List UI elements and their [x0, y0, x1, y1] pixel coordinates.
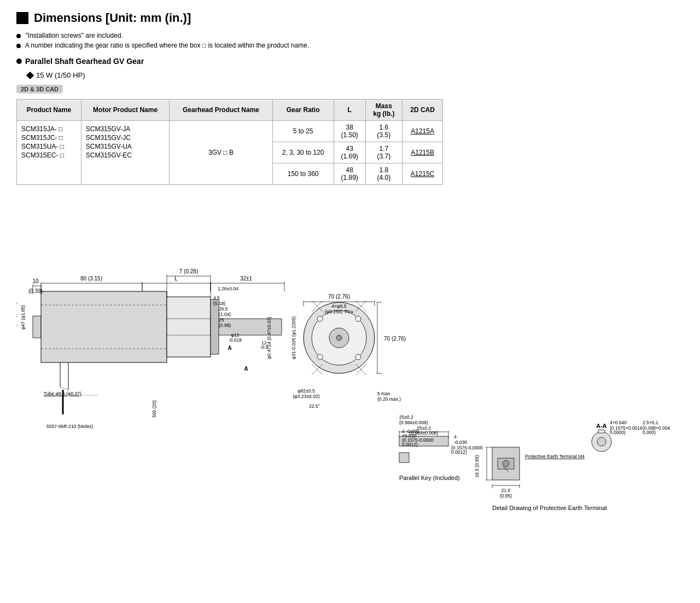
- table-cell-mass-3: 1.8(4.0): [365, 163, 402, 185]
- col-header-motor-product-name: Motor Product Name: [81, 99, 170, 121]
- dim-25: 25: [219, 317, 224, 323]
- cad-badge[interactable]: 2D & 3D CAD: [16, 85, 63, 93]
- dim-80: 80 (3.15): [80, 276, 102, 282]
- bullet-icon-2: [16, 44, 21, 48]
- col-header-l: L: [334, 99, 365, 121]
- svg-point-31: [336, 335, 342, 341]
- page-title: Dimensions [Unit: mm (in.)]: [16, 11, 684, 25]
- motor-name-1: SCM315GV-JA: [86, 125, 165, 133]
- dim-phi0-256-thru: (φ0.256) Thru: [325, 309, 354, 314]
- dim-500: 500 (20): [151, 400, 157, 418]
- dim-2-5-3: 0.000): [643, 430, 656, 435]
- table-cell-cad-1[interactable]: A1215A: [402, 121, 443, 142]
- note-1: "Installation screws" are included.: [16, 32, 684, 39]
- dim-key-0-1575-2: 0.0012): [402, 442, 418, 447]
- product-name-3: SCM315UA- □: [21, 143, 77, 150]
- table-cell-gear-ratio-1: 5 to 25: [272, 121, 334, 142]
- svg-point-34: [317, 354, 323, 360]
- motor-name-2: SCM315GV-JC: [86, 134, 165, 142]
- dim-2-5: 2.5+0.1: [643, 420, 658, 425]
- drawing-svg: 10 (0.39) 80 (3.15) L 32±1 7 (0.28) 4.5: [16, 201, 684, 518]
- svg-point-35: [355, 354, 361, 360]
- table-cell-mass-2: 1.7(3.7): [365, 142, 402, 163]
- dim-25-in: (0.98): [219, 323, 231, 328]
- diamond-icon: [26, 71, 34, 79]
- svg-point-32: [317, 316, 323, 321]
- svg-line-11: [60, 387, 68, 390]
- dim-pe-16-5: 16.5 (0.65): [474, 455, 480, 477]
- dim-32: 32±1: [240, 276, 253, 282]
- dim-4-5: 4.5: [213, 295, 220, 301]
- col-header-gearhead-product-name: Gearhead Product Name: [170, 99, 272, 121]
- bullet-icon-1: [16, 34, 21, 38]
- section-bullet-icon: [16, 58, 22, 64]
- power-heading: 15 W (1/50 HP): [27, 71, 684, 79]
- dim-4-5-in: (0.18): [213, 301, 225, 306]
- detail-drawing-label: Detail Drawing of Protective Earth Termi…: [492, 505, 607, 511]
- table-cell-l-3: 48(1.89): [334, 163, 365, 185]
- dim-phi12-tol: -0.018: [229, 337, 242, 343]
- dim-26-5-in: (1.04): [219, 312, 231, 317]
- svg-rect-1: [41, 291, 167, 362]
- table-cell-motor-product-names: SCM315GV-JA SCM315GV-JC SCM315GV-UA SCM3…: [81, 121, 170, 185]
- table-cell-mass-1: 1.6(3.5): [365, 121, 402, 142]
- dim-A-bottom: A: [228, 345, 231, 351]
- dim-7: 7 (0.28): [179, 268, 198, 274]
- dim-pe-21-5-in: (0.85): [500, 493, 512, 499]
- dim-phi3-23: (φ3.23±0.02): [293, 394, 320, 399]
- dim-key-4a: 4: [454, 434, 457, 440]
- section-aa-label: A-A: [596, 423, 607, 429]
- dim-pkey-25-in: (0.984±0.008): [399, 420, 428, 425]
- svg-rect-4: [211, 300, 219, 354]
- dim-phi69: φ69 (φ2.72): [16, 302, 18, 327]
- dim-pe-21-5: 21.5: [501, 488, 511, 493]
- technical-drawing: 10 (0.39) 80 (3.15) L 32±1 7 (0.28) 4.5: [16, 201, 684, 518]
- dim-pkey-25-label: 25±0.2: [399, 414, 413, 420]
- dim-L: L: [174, 276, 178, 282]
- dim-key-4a-tol: -0.030: [454, 440, 467, 445]
- pe-terminal-label: Protective Earth Terminal M4: [525, 454, 585, 459]
- svg-point-57: [597, 437, 606, 446]
- product-name-1: SCM315JA- □: [21, 125, 77, 133]
- dim-molex: 5557-06R-210 (Molex): [46, 424, 93, 429]
- svg-rect-0: [33, 316, 41, 338]
- dim-70-2-76-right: 70 (2.76): [384, 336, 406, 342]
- product-name-4: SCM315EC- □: [21, 151, 77, 159]
- dim-4-0040: 4+0.040: [610, 420, 627, 425]
- dim-key-4a-in2: 0.0012): [451, 449, 467, 455]
- svg-rect-55: [399, 453, 409, 463]
- dim-5-max: 5 max.: [377, 391, 392, 396]
- dim-phi0-4724: φ0.4724 (0.47±0.02): [266, 317, 272, 359]
- motor-name-3: SCM315GV-UA: [86, 143, 165, 150]
- dim-phi31: φ31-0.025 (φ1.2205): [291, 317, 296, 360]
- table-cell-cad-3[interactable]: A1215C: [402, 163, 443, 185]
- dim-22-5: 22.5°: [309, 403, 320, 409]
- svg-point-62: [503, 460, 509, 467]
- motor-name-4: SCM315GV-EC: [86, 151, 165, 159]
- dim-4-0040-3: 0.0000): [610, 430, 626, 435]
- svg-rect-2: [167, 297, 211, 357]
- notes-section: "Installation screws" are included. A nu…: [16, 32, 684, 49]
- dim-tube: Tube φ9.5 (φ0.37): [44, 391, 81, 396]
- table-cell-l-1: 38(1.50): [334, 121, 365, 142]
- dim-70-2-76: 70 (2.76): [328, 294, 350, 300]
- table-cell-l-2: 43(1.69): [334, 142, 365, 163]
- dim-5-max-in: (0.20 max.): [377, 396, 401, 402]
- col-header-mass: Masskg (lb.): [365, 99, 402, 121]
- dim-1-26: 1.26±0.04: [218, 286, 238, 291]
- col-header-product-name: Product Name: [17, 99, 81, 121]
- title-square-icon: [16, 12, 28, 24]
- product-name-2: SCM315JC- □: [21, 134, 77, 142]
- dimensions-table: Product Name Motor Product Name Gearhead…: [16, 99, 443, 185]
- table-cell-product-names: SCM315JA- □ SCM315JC- □ SCM315UA- □ SCM3…: [17, 121, 81, 185]
- dim-12-tol: -0.5: [260, 344, 269, 350]
- col-header-2d-cad: 2D CAD: [402, 99, 443, 121]
- svg-rect-58: [598, 430, 605, 433]
- table-cell-gear-ratio-2: 2, 3, 30 to 120: [272, 142, 334, 163]
- section-heading: Parallel Shaft Gearhead GV Gear: [16, 57, 684, 66]
- table-cell-gearhead-product-name: 3GV □ B: [170, 121, 272, 185]
- note-2: A number indicating the gear ratio is sp…: [16, 42, 684, 49]
- dim-10: 10: [32, 278, 39, 284]
- dim-phi82: φ82±0.5: [298, 388, 315, 394]
- table-cell-cad-2[interactable]: A1215B: [402, 142, 443, 163]
